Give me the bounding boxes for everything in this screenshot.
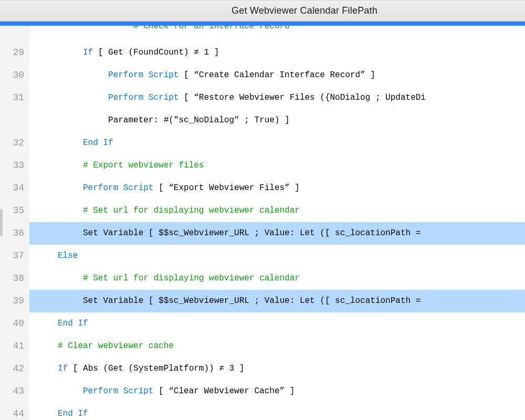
comment-text: # Set url for displaying webviewer calen… [83, 274, 300, 283]
script-line-content[interactable]: Parameter: #("sc_NoDialog" ; True) ] [29, 109, 525, 132]
keyword: Perform Script [108, 70, 178, 80]
gutter-line-number: 42 [0, 358, 29, 380]
keyword: Perform Script [108, 93, 178, 102]
gutter-line-number: 40 [0, 312, 29, 335]
script-line-content[interactable]: Perform Script [ “Export Webviewer Files… [29, 177, 525, 200]
keyword: Perform Script [83, 183, 153, 193]
code-text: [ “Restore Webviewer Files ({NoDialog ; … [178, 93, 425, 102]
gutter-line-number: 41 [0, 335, 29, 358]
comment-text: # Clear webviewer cache [58, 341, 174, 351]
script-line-content[interactable]: # Set url for displaying webviewer calen… [29, 267, 525, 290]
code-text: Parameter: #("sc_NoDialog" ; True) ] [108, 116, 290, 125]
script-line-content[interactable]: End If [29, 403, 525, 420]
script-line[interactable]: 38 # Set url for displaying webviewer ca… [0, 267, 525, 290]
script-line[interactable]: 44 End If [0, 403, 525, 420]
window-titlebar[interactable]: Get Webviewer Calendar FilePath [0, 0, 525, 22]
gutter-line-number: 44 [0, 403, 29, 420]
gutter-line-number: 43 [0, 380, 29, 403]
script-line[interactable]: 30 Perform Script [ “Create Calendar Int… [0, 64, 525, 87]
script-line-continuation[interactable]: Parameter: #("sc_NoDialog" ; True) ] [0, 109, 525, 132]
gutter-line-number: 35 [0, 200, 29, 222]
gutter-line-number: 28 [0, 26, 29, 41]
gutter-line-number: 33 [0, 154, 29, 177]
script-line[interactable]: 41 # Clear webviewer cache [0, 335, 525, 358]
comment-text: # Export webviewer files [83, 161, 204, 170]
gutter-line-number: 31 [0, 87, 29, 109]
gutter-line-number: 36 [0, 222, 29, 245]
keyword: If [83, 48, 93, 57]
script-line[interactable]: 40 End If [0, 312, 525, 335]
comment-text: # Set url for displaying webviewer calen… [83, 206, 300, 215]
script-line[interactable]: 32 End If [0, 132, 525, 154]
script-line-content[interactable]: Perform Script [ “Create Calendar Interf… [29, 64, 525, 87]
script-line[interactable]: 28 # Check for an interface record [0, 26, 525, 41]
keyword: End If [58, 319, 88, 328]
keyword: Else [58, 251, 78, 260]
code-text: [ “Clear Webviewer Cache” ] [153, 386, 295, 396]
script-line-selected[interactable]: 36 Set Variable [ $$sc_Webviewer_URL ; V… [0, 222, 525, 245]
script-line-content[interactable]: Perform Script [ “Restore Webviewer File… [29, 87, 525, 109]
script-line-content[interactable]: # Export webviewer files [29, 154, 525, 177]
title-accent-bar [0, 22, 525, 26]
gutter-line-number: 34 [0, 177, 29, 200]
script-line[interactable]: 35 # Set url for displaying webviewer ca… [0, 200, 525, 222]
script-line[interactable]: 34 Perform Script [ “Export Webviewer Fi… [0, 177, 525, 200]
script-line-content[interactable]: Set Variable [ $$sc_Webviewer_URL ; Valu… [29, 222, 525, 245]
code-text: Set Variable [ $$sc_Webviewer_URL ; Valu… [83, 296, 426, 306]
code-text: [ Get (FoundCount) ≠ 1 ] [93, 48, 219, 57]
script-line[interactable]: 31 Perform Script [ “Restore Webviewer F… [0, 87, 525, 109]
script-line-content[interactable]: Set Variable [ $$sc_Webviewer_URL ; Valu… [29, 290, 525, 312]
script-line[interactable]: 33 # Export webviewer files [0, 154, 525, 177]
gutter-line-number [0, 109, 29, 132]
script-line[interactable]: 43 Perform Script [ “Clear Webviewer Cac… [0, 380, 525, 403]
keyword: End If [58, 409, 88, 418]
scrollbar-thumb[interactable] [0, 209, 3, 236]
gutter-line-number: 39 [0, 290, 29, 312]
script-line-content[interactable]: End If [29, 132, 525, 154]
code-text: [ “Create Calendar Interface Record” ] [178, 70, 375, 80]
script-line-content[interactable]: If [ Get (FoundCount) ≠ 1 ] [29, 41, 525, 64]
window-title: Get Webviewer Calendar FilePath [148, 5, 377, 16]
code-text: [ Abs (Get (SystemPlatform)) ≠ 3 ] [68, 364, 244, 373]
gutter-line-number: 32 [0, 132, 29, 154]
keyword: Perform Script [83, 386, 153, 396]
left-scrollbar[interactable] [0, 51, 3, 420]
script-line-content[interactable]: # Check for an interface record [29, 26, 525, 33]
gutter-line-number: 30 [0, 64, 29, 87]
gutter-line-number: 37 [0, 245, 29, 267]
script-line-content[interactable]: # Set url for displaying webviewer calen… [29, 200, 525, 222]
comment-text: # Check for an interface record [133, 26, 290, 31]
script-line[interactable]: 37 Else [0, 245, 525, 267]
script-line-content[interactable]: If [ Abs (Get (SystemPlatform)) ≠ 3 ] [29, 358, 525, 380]
script-editor[interactable]: 28 # Check for an interface record 29 If… [0, 26, 525, 420]
keyword: End If [83, 138, 113, 148]
script-line-content[interactable]: Perform Script [ “Clear Webviewer Cache”… [29, 380, 525, 403]
script-line-selected[interactable]: 39 Set Variable [ $$sc_Webviewer_URL ; V… [0, 290, 525, 312]
script-editor-window: Get Webviewer Calendar FilePath 28 # Che… [0, 0, 525, 420]
script-line-content[interactable]: End If [29, 312, 525, 335]
gutter-line-number: 29 [0, 41, 29, 64]
code-text: Set Variable [ $$sc_Webviewer_URL ; Valu… [83, 228, 426, 238]
script-line-content[interactable]: # Clear webviewer cache [29, 335, 525, 358]
script-line[interactable]: 42 If [ Abs (Get (SystemPlatform)) ≠ 3 ] [0, 358, 525, 380]
gutter-line-number: 38 [0, 267, 29, 290]
script-line-content[interactable]: Else [29, 245, 525, 267]
script-line[interactable]: 29 If [ Get (FoundCount) ≠ 1 ] [0, 41, 525, 64]
code-text: [ “Export Webviewer Files” ] [153, 183, 299, 193]
keyword: If [58, 364, 68, 373]
